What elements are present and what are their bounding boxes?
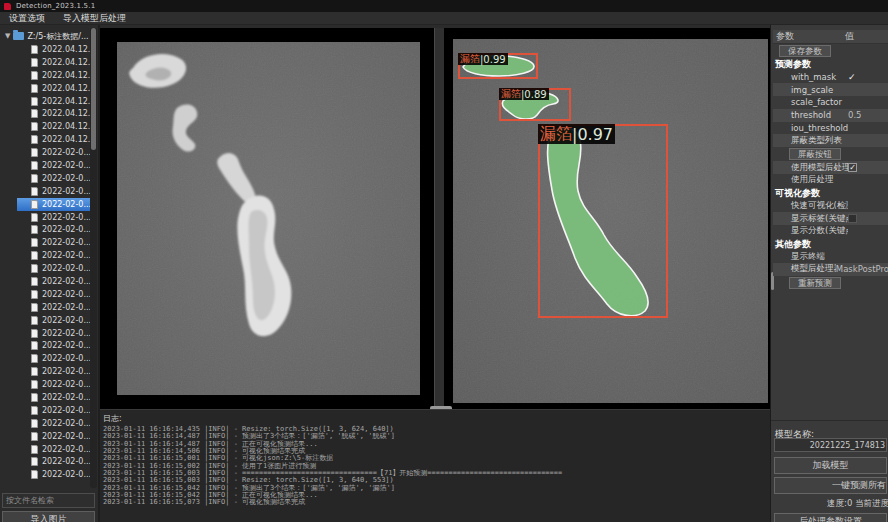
- prediction-image: [453, 39, 768, 403]
- log-title: 日志:: [100, 410, 770, 426]
- tree-item[interactable]: 2022-02-0...: [0, 417, 90, 430]
- tree-item[interactable]: 2022-02-0...: [0, 327, 90, 340]
- predict-all-button[interactable]: 一键预测所有: [774, 477, 887, 494]
- tree-item[interactable]: 2022-02-0...: [0, 236, 90, 249]
- sidebar-scrollbar[interactable]: [90, 28, 97, 488]
- param-section-header: 可视化参数: [773, 187, 888, 200]
- param-row[interactable]: with_mask✓: [773, 71, 888, 84]
- tree-item[interactable]: 2022.04.12...: [0, 82, 90, 95]
- tree-item[interactable]: 2022-02-0...: [0, 352, 90, 365]
- param-label: 屏蔽类型列表: [773, 135, 848, 147]
- param-row[interactable]: 快速可视化(检测): [773, 199, 888, 212]
- param-row[interactable]: img_scale: [773, 83, 888, 96]
- app-window: Detection_2023.1.5.1 设置选项 导入模型后处理 ▼ Z:/5…: [0, 0, 888, 522]
- tree-item[interactable]: 2022-02-0...: [0, 378, 90, 391]
- tree-item[interactable]: 2022.04.12...: [0, 133, 90, 146]
- tree-item-label: 2022-02-0...: [42, 380, 90, 389]
- tree-item[interactable]: 2022.04.12...: [0, 56, 90, 69]
- parameter-rows: 保存参数预测参数with_mask✓img_scalescale_factort…: [773, 44, 888, 290]
- file-icon: [31, 367, 38, 376]
- file-icon: [31, 303, 38, 312]
- file-icon: [31, 238, 38, 247]
- param-button[interactable]: 重新预测: [789, 277, 841, 289]
- param-label: 显示标签(关键点): [773, 213, 848, 225]
- tree-item[interactable]: 2022-02-0...: [0, 456, 90, 469]
- param-label: 显示终端: [773, 251, 848, 263]
- tree-item[interactable]: 2022-02-0...: [0, 365, 90, 378]
- chevron-down-icon[interactable]: ▼: [5, 32, 10, 40]
- file-icon: [31, 329, 38, 338]
- tree-item-label: 2022-02-0...: [42, 225, 90, 234]
- param-row[interactable]: threshold0.5: [773, 109, 888, 122]
- tree-item-label: 2022-02-0...: [42, 290, 90, 299]
- file-icon: [31, 380, 38, 389]
- param-button[interactable]: 屏蔽按钮: [789, 148, 841, 160]
- tree-item-label: 2022-02-0...: [42, 432, 90, 441]
- tree-item[interactable]: 2022-02-0...: [0, 185, 90, 198]
- tree-item[interactable]: 2022-02-0...: [0, 211, 90, 224]
- file-icon: [31, 277, 38, 286]
- tree-item-label: 2022-02-0...: [42, 316, 90, 325]
- load-model-button[interactable]: 加载模型: [774, 457, 887, 474]
- tree-item[interactable]: 2022-02-0...: [0, 288, 90, 301]
- tree-item[interactable]: 2022-02-0...: [0, 262, 90, 275]
- postprocess-params-button[interactable]: 后处理参数设置: [774, 513, 887, 522]
- param-value: 0.5: [848, 110, 862, 120]
- file-icon: [31, 264, 38, 273]
- search-input[interactable]: [2, 493, 95, 508]
- tree-item[interactable]: 2022.04.12...: [0, 107, 90, 120]
- param-section-header: 其他参数: [773, 238, 888, 251]
- tree-item[interactable]: 2022-02-0...: [0, 391, 90, 404]
- file-icon: [31, 393, 38, 402]
- param-row[interactable]: scale_factor: [773, 96, 888, 109]
- tree-item[interactable]: 2022.04.12...: [0, 69, 90, 82]
- tree-root[interactable]: ▼ Z:/5-标注数据/...: [0, 29, 90, 43]
- param-row[interactable]: iou_threshold: [773, 122, 888, 135]
- file-icon: [31, 45, 38, 54]
- tree-item[interactable]: 2022.04.12...: [0, 95, 90, 108]
- tree-item-label: 2022-02-0...: [42, 148, 90, 157]
- file-icon: [31, 251, 38, 260]
- checkbox-checked[interactable]: ✓: [848, 163, 857, 172]
- tree-item[interactable]: 2022-02-0...: [0, 468, 90, 481]
- tree-item[interactable]: 2022-02-0...: [0, 146, 90, 159]
- model-name-field[interactable]: 20221225_174813: [774, 438, 887, 452]
- param-row[interactable]: 显示终端: [773, 250, 888, 263]
- param-row[interactable]: 使用后处理: [773, 174, 888, 187]
- tree-item[interactable]: 2022-02-0...: [0, 223, 90, 236]
- tree-item[interactable]: 2022-02-0...: [0, 172, 90, 185]
- pane-splitter[interactable]: [434, 28, 444, 409]
- menu-settings[interactable]: 设置选项: [9, 12, 45, 25]
- tree-item[interactable]: 2022-02-0...: [0, 301, 90, 314]
- param-row[interactable]: 显示标签(关键点): [773, 212, 888, 225]
- param-row[interactable]: 模型后处理器MaskPostPro: [773, 263, 888, 276]
- menu-import-postprocess[interactable]: 导入模型后处理: [63, 12, 126, 25]
- file-icon: [31, 148, 38, 157]
- param-button[interactable]: 保存参数: [779, 45, 831, 57]
- tree-root-label: Z:/5-标注数据/...: [27, 31, 88, 42]
- param-row[interactable]: 显示分数(关键点): [773, 225, 888, 238]
- tree-item[interactable]: 2022-02-0...: [0, 275, 90, 288]
- tree-item[interactable]: 2022-02-0...: [0, 430, 90, 443]
- tree-item[interactable]: 2022-02-0...: [0, 314, 90, 327]
- param-button-row: 保存参数: [773, 44, 888, 58]
- file-tree: ▼ Z:/5-标注数据/... 2022.04.12...2022.04.12.…: [0, 29, 90, 489]
- folder-icon: [13, 32, 24, 40]
- tree-item[interactable]: 2022-02-0...: [0, 249, 90, 262]
- sidebar-scrollbar-thumb[interactable]: [91, 28, 96, 150]
- tree-item[interactable]: 2022-02-0...: [0, 443, 90, 456]
- tree-item-label: 2022-02-0...: [42, 251, 90, 260]
- tree-item[interactable]: 2022.04.12...: [0, 120, 90, 133]
- menu-bar: 设置选项 导入模型后处理: [0, 12, 888, 25]
- import-image-button[interactable]: 导入图片: [2, 511, 95, 522]
- param-row[interactable]: 屏蔽类型列表: [773, 134, 888, 147]
- tree-item[interactable]: 2022.04.12...: [0, 43, 90, 56]
- log-panel[interactable]: 日志: 2023-01-11 16:16:14,435 |INFO| - Res…: [100, 409, 770, 522]
- tree-item[interactable]: 2022-02-0...: [0, 159, 90, 172]
- tree-item[interactable]: 2022-02-0...: [0, 404, 90, 417]
- param-row[interactable]: 使用模型后处理✓: [773, 161, 888, 174]
- tree-item[interactable]: 2022-02-0...: [0, 339, 90, 352]
- param-label: threshold: [773, 110, 848, 120]
- checkbox-empty[interactable]: [848, 214, 857, 223]
- tree-item[interactable]: 2022-02-0...: [17, 198, 90, 211]
